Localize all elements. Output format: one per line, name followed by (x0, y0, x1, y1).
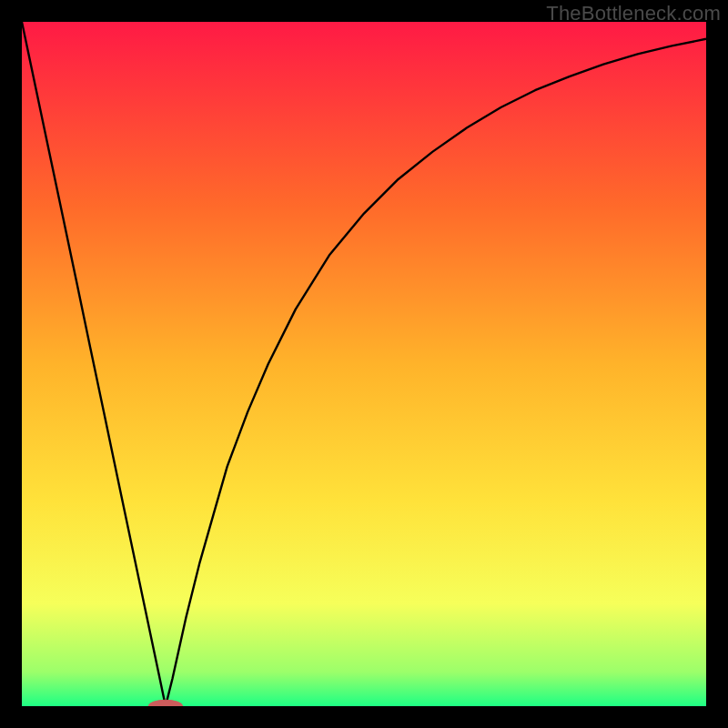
plot-area (22, 22, 706, 706)
gradient-background (22, 22, 706, 706)
chart-frame: TheBottleneck.com (0, 0, 728, 728)
bottleneck-chart (22, 22, 706, 706)
watermark-text: TheBottleneck.com (546, 2, 721, 25)
